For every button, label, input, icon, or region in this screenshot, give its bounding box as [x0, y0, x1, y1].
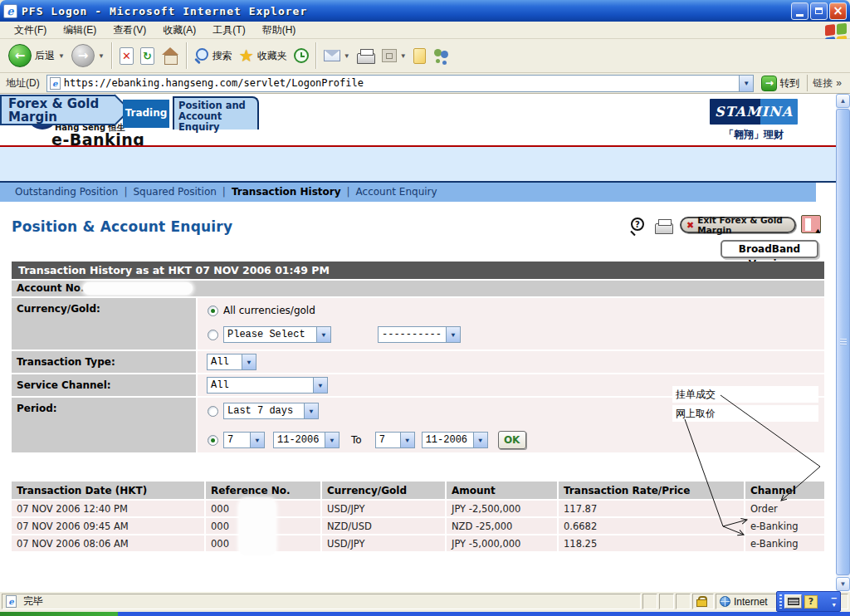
globe-icon — [720, 596, 730, 607]
scroll-up-icon[interactable]: ▲ — [836, 94, 850, 108]
mail-dropdown-icon[interactable]: ▼ — [344, 52, 350, 60]
service-channel-label: Service Channel: — [12, 374, 196, 396]
go-button[interactable]: → 转到 — [758, 76, 803, 91]
status-done: 完毕 — [23, 594, 43, 609]
stop-button[interactable]: ✕ — [116, 46, 137, 66]
tab-position-account-enquiry[interactable]: Position and Account Enquiry — [173, 96, 259, 130]
search-button[interactable]: 搜索 — [191, 46, 236, 65]
resize-button[interactable]: ▼ — [379, 47, 410, 64]
last7-select[interactable]: Last 7 days ▼ — [223, 403, 319, 419]
from-month-select[interactable]: 11-2006 ▼ — [273, 432, 340, 448]
from-day-select[interactable]: 7 ▼ — [223, 432, 265, 448]
back-button[interactable]: ← 后退 ▼ — [5, 42, 68, 69]
chevron-down-icon[interactable]: ▼ — [316, 327, 330, 342]
table-header-row: Transaction Date (HKT) Reference No. Cur… — [12, 482, 824, 499]
history-button[interactable] — [291, 46, 312, 65]
stamina-tagline: 「翱翔」理财 — [710, 128, 798, 142]
drag-handle[interactable] — [779, 594, 782, 609]
forward-dropdown-icon[interactable]: ▼ — [98, 52, 105, 60]
help-button[interactable]: ? — [631, 218, 647, 234]
print-page-button[interactable] — [655, 223, 673, 234]
col-amount: Amount — [447, 482, 559, 499]
status-panel — [659, 594, 674, 609]
favorites-button[interactable]: ★ 收藏夹 — [236, 46, 291, 66]
menu-view[interactable]: 查看(V) — [105, 22, 154, 39]
last7-radio[interactable] — [208, 406, 218, 417]
chevron-down-icon[interactable]: ▼ — [325, 433, 339, 447]
subnav-outstanding-position[interactable]: Outstanding Position — [12, 186, 121, 198]
tab-trading[interactable]: Trading — [123, 100, 171, 128]
edit-button[interactable] — [410, 46, 429, 66]
currency-select[interactable]: Please Select ▼ — [223, 326, 331, 343]
forward-button[interactable]: → ▼ — [68, 42, 108, 69]
scrollbar-thumb[interactable] — [836, 109, 850, 575]
scroll-down-icon[interactable]: ▼ — [836, 577, 850, 591]
start-button-edge[interactable] — [0, 612, 118, 616]
date-range-radio[interactable] — [208, 435, 218, 446]
print-button[interactable] — [354, 46, 379, 66]
currency-gold-label: Currency/Gold: — [12, 298, 196, 350]
menu-bar: 文件(F) 编辑(E) 查看(V) 收藏(A) 工具(T) 帮助(H) — [0, 22, 850, 39]
refresh-button[interactable]: ↻ — [137, 46, 158, 66]
search-icon — [194, 48, 209, 63]
chevron-down-icon[interactable]: ▼ — [250, 433, 264, 447]
links-button[interactable]: 链接 » — [807, 75, 847, 91]
lock-icon — [696, 596, 706, 607]
resize-dropdown-icon: ▼ — [400, 52, 407, 60]
chevron-down-icon[interactable]: ▼ — [313, 378, 327, 393]
all-currencies-radio[interactable] — [208, 306, 218, 316]
address-bar: 地址(D) e https://ebanking.hangseng.com/se… — [0, 73, 850, 94]
chevron-down-icon[interactable]: ▼ — [242, 354, 256, 369]
chevron-down-icon[interactable]: ▼ — [304, 403, 318, 418]
minimize-button[interactable] — [791, 2, 808, 20]
language-help-icon[interactable]: ? — [804, 595, 818, 609]
browser-window: e PFS Logon - Microsoft Internet Explore… — [0, 0, 850, 616]
langbar-minimize-icon[interactable]: − — [831, 595, 838, 602]
home-button[interactable] — [158, 46, 183, 66]
chevron-down-icon[interactable]: ▼ — [446, 327, 460, 342]
address-dropdown-icon[interactable]: ▼ — [739, 76, 753, 91]
page-icon: e — [6, 595, 17, 608]
service-channel-select[interactable]: All ▼ — [207, 377, 328, 394]
chevron-down-icon[interactable]: ▼ — [473, 433, 487, 447]
toolbar-separator — [111, 42, 113, 69]
language-bar[interactable]: ? − ▼ — [776, 591, 841, 612]
to-day-select[interactable]: 7 ▼ — [375, 432, 415, 448]
security-panel — [692, 594, 714, 609]
col-rate-price: Transaction Rate/Price — [559, 482, 745, 499]
vertical-scrollbar[interactable]: ▲ ▼ — [836, 94, 850, 591]
messenger-button[interactable] — [429, 46, 454, 66]
subnav-transaction-history[interactable]: Transaction History — [228, 186, 344, 198]
keyboard-icon[interactable] — [784, 594, 802, 609]
to-label: To — [351, 434, 362, 446]
ok-button[interactable]: OK — [498, 431, 526, 449]
taskbar[interactable] — [0, 612, 850, 616]
menu-help[interactable]: 帮助(H) — [255, 22, 304, 39]
menu-edit[interactable]: 编辑(E) — [56, 22, 104, 39]
exit-forex-gold-margin-button[interactable]: ✖ Exit Forex & Gold Margin — [680, 217, 796, 233]
menu-tools[interactable]: 工具(T) — [205, 22, 252, 39]
back-dropdown-icon[interactable]: ▼ — [58, 52, 65, 60]
status-bar: e 完毕 Internet — [0, 591, 850, 612]
subnav-separator: | — [344, 186, 353, 198]
logout-door-icon[interactable] — [801, 215, 821, 233]
address-input[interactable]: e https://ebanking.hangseng.com/servlet/… — [46, 75, 755, 92]
subnav-account-enquiry[interactable]: Account Enquiry — [353, 186, 441, 198]
col-transaction-date: Transaction Date (HKT) — [12, 482, 206, 499]
chevron-down-icon[interactable]: ▼ — [400, 433, 414, 447]
transaction-type-select[interactable]: All ▼ — [207, 354, 256, 370]
address-url[interactable]: https://ebanking.hangseng.com/servlet/Lo… — [64, 77, 740, 89]
menu-file[interactable]: 文件(F) — [7, 22, 54, 39]
annotation-order-note: 挂单成交 — [676, 388, 716, 402]
zone-label: Internet — [734, 596, 768, 608]
restore-button[interactable] — [810, 2, 828, 20]
mail-button[interactable]: ▼ — [320, 48, 354, 63]
currency-pair-select[interactable]: ---------- ▼ — [378, 326, 461, 343]
close-button[interactable]: × — [829, 2, 847, 20]
subnav-squared-position[interactable]: Squared Position — [129, 186, 219, 198]
broadband-version-button[interactable]: BroadBand Version — [721, 240, 818, 258]
to-month-select[interactable]: 11-2006 ▼ — [422, 432, 488, 448]
select-currency-radio[interactable] — [208, 330, 218, 340]
menu-favorites[interactable]: 收藏(A) — [155, 22, 203, 39]
langbar-options-icon[interactable]: ▼ — [831, 602, 837, 609]
